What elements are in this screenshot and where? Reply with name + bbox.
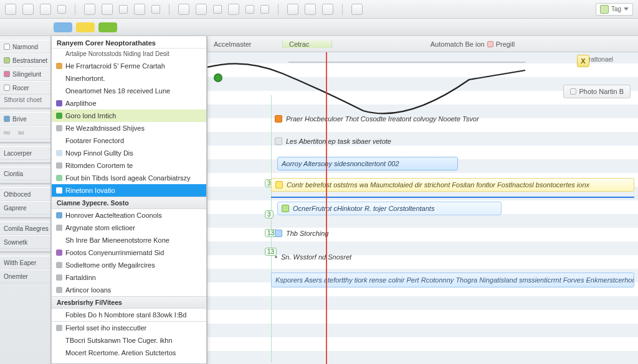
yellow-pill[interactable] [76,22,95,32]
menu-item-selected[interactable]: Goro lond Irntich [52,110,206,122]
tool-icon-1[interactable] [5,4,16,15]
tool-icon-6[interactable] [102,4,113,15]
tool-icon-19[interactable] [351,4,363,15]
sidebar-item[interactable]: Silingelunt [0,67,50,81]
sidebar-label: Lacoerper [4,150,32,157]
sidebar-item[interactable]: Sownetk [0,235,50,249]
menu-item[interactable]: Aarplithoe [52,97,206,110]
sidebar-top[interactable]: Narmond [0,40,50,54]
dot-icon [56,225,62,231]
clear-marker[interactable]: X [577,55,589,67]
tool-icon-9[interactable] [151,5,160,14]
sidebar-section: Sthorist choet [0,95,50,105]
menu-item[interactable]: Artincor looans [52,284,206,296]
timeline-row[interactable]: Les Abertiton ep task sibaer vetote [271,134,520,148]
tool-icon-8[interactable] [134,4,145,15]
timeline-row[interactable]: Praer Hocbeculoer Thot Cosodte Ireatont … [271,112,620,126]
menu-item-label: Footos Conyenurrinmiernatd Sid [65,249,164,256]
sidebar-item[interactable]: Rocer [0,81,50,95]
dot-icon [56,162,62,169]
small-a: no [4,129,10,136]
playhead-line[interactable] [326,36,327,364]
tool-icon-10[interactable] [178,4,189,15]
sidebar-label: Bestrastanet [12,57,47,64]
tab-active[interactable]: Cetrac [282,40,332,48]
tag-selector[interactable]: Tag [596,3,633,16]
sidebar-item[interactable]: Othboced [0,187,50,201]
tool-icon-3[interactable] [40,4,51,15]
tool-icon-14[interactable] [245,5,254,14]
menu-item[interactable]: Ritomden Corortem te [52,159,206,172]
menu-item[interactable]: Sodieltome ontly Megailrcires [52,259,206,271]
menu-item-label: Fiertol sset iho insteccutler [65,324,146,332]
photo-label: Photo Nartin B [579,88,624,95]
menu-item[interactable]: Re Wezaltdnissed Shijves [52,122,206,134]
timeline-row[interactable]: Sn. Wsstorf nd Snosret [271,250,433,264]
tab-label: Accelmaster [214,40,252,48]
menu-item[interactable]: Fout bin Tibds Isord ageak Conarbiatrszy [52,172,206,184]
timeline-canvas[interactable]: Accelmaster Cetrac Automatch Be ion Preg… [207,36,638,364]
tool-icon-15[interactable] [260,5,269,14]
menu-item[interactable]: Fobles Do h Nombtore stanl 83owk I:Bd [52,309,206,321]
blue-pill[interactable] [54,22,72,32]
timeline-row-selected[interactable]: OcnerFrutrot cHinkotor R. tojer Corstolt… [277,202,502,215]
separator [75,4,75,15]
center-chip-label: Pregill [496,40,515,48]
sidebar: Narmond Bestrastanet Silingelunt Rocer S… [0,36,51,364]
menu-item[interactable]: Mocert Rcertome. Aretion Sutctertos [52,347,206,359]
pin-icon [56,325,62,331]
menu-item[interactable]: Footarer Fonectord [52,134,206,147]
timeline-row[interactable]: Thb Storching [271,226,421,240]
tool-icon-17[interactable] [305,4,316,15]
menu-group: Aresbrisrhy FilVitees [52,296,206,309]
sidebar-item[interactable]: Ciontia [0,167,50,180]
menu-item[interactable]: Novp Finnol Gullty Dis [52,147,206,159]
tool-icon-12[interactable] [213,5,222,14]
tool-icon-5[interactable] [84,4,95,15]
menu-item[interactable]: Oneartomet Nes 18 received Lune [52,85,206,97]
tool-icon-13[interactable] [228,4,239,15]
menu-item[interactable]: Sh Inre Bar Mieneenotstorre Kone [52,234,206,246]
tab[interactable]: Accelmaster [207,40,282,48]
menu-item[interactable]: He Frrartacroid 5' Ferme Crartah [52,60,206,72]
menu-item-label: Argynate stom elictioer [65,224,135,231]
menu-subtitle: Artalipe Norotsstods Niding Irad Desit [52,49,206,60]
menu-item[interactable]: TBocri Sutskanwn Tloe Cuger. ikhn [52,334,206,347]
header-center: Automatch Be ion Pregill [332,40,613,48]
tool-icon-7[interactable] [119,5,128,14]
tool-icon-2[interactable] [22,4,34,15]
playhead-handle[interactable] [214,73,222,82]
sidebar-top-label: Narmond [12,44,38,50]
menu-item-label: Fout bin Tibds Isord ageak Conarbiatrszy [65,174,191,182]
event-icon [275,115,282,123]
menu-item-active[interactable]: Rinetonn Iovatio [52,184,206,197]
sidebar-label: Othboced [4,191,31,198]
sidebar-item[interactable]: Witth Eaper [0,256,50,269]
sidebar-sep [0,108,50,110]
menu-item[interactable]: Fiertol sset iho insteccutler [52,322,206,334]
tool-icon-16[interactable] [287,4,298,15]
sidebar-item[interactable]: Gaprere [0,201,50,215]
tool-icon-18[interactable] [322,4,333,15]
menu-item[interactable]: Footos Conyenurrinmiernatd Sid [52,246,206,259]
sidebar-item[interactable]: Brive [0,112,50,126]
menu-item[interactable]: Honrover Aactelteation Coonols [52,209,206,222]
row-label: Les Abertiton ep task sibaer vetote [286,138,391,145]
photo-button[interactable]: Photo Nartin B [563,85,631,98]
menu-item[interactable]: Fartaldinn [52,271,206,284]
tool-icon-11[interactable] [196,4,207,15]
timeline-row-selected[interactable]: Aorroy Altersony sidesnoncitertont 002 [277,157,458,170]
sidebar-item[interactable]: Comila Raegres [0,222,50,235]
menu-item-label: Aarplithoe [65,100,97,107]
sidebar-sep [0,251,50,253]
tool-icon-4[interactable] [57,5,66,14]
row-label: Sn. Wsstorf nd Snosret [281,253,351,261]
menu-item-label: Artincor looans [65,286,111,294]
sidebar-item[interactable]: Onemter [0,269,50,283]
sidebar-item[interactable]: Lacoerper [0,146,50,160]
green-pill[interactable] [98,22,117,32]
menu-item[interactable]: Ninerhortont. [52,72,206,85]
sidebar-small[interactable]: no so [0,126,50,139]
sidebar-item[interactable]: Bestrastanet [0,54,50,67]
menu-item[interactable]: Argynate stom elictioer [52,222,206,234]
